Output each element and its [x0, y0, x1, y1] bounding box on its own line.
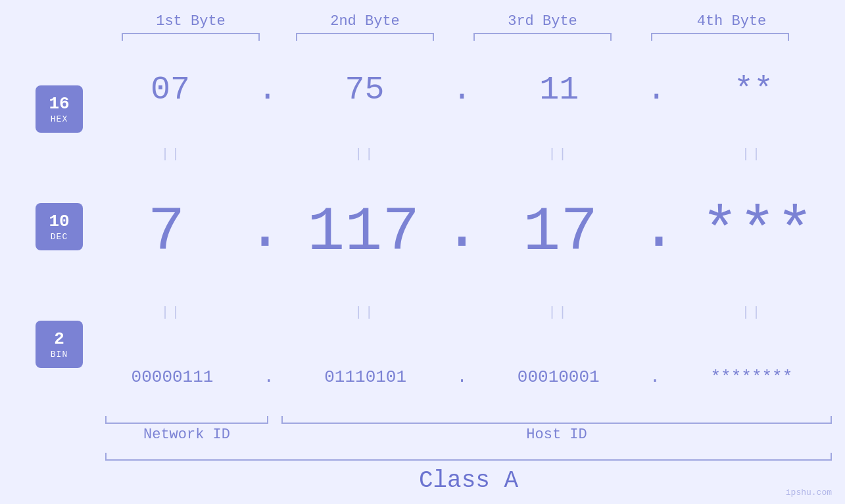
equals-row-1: || || || ||	[92, 144, 832, 164]
equals-row-2: || || || ||	[92, 303, 832, 323]
eq1-b3: ||	[490, 147, 628, 162]
bracket-byte3	[473, 33, 612, 41]
dec-byte3: 17	[491, 202, 629, 264]
dec-dot3: .	[640, 198, 677, 267]
byte2-header: 2nd Byte	[276, 13, 454, 30]
eq2-b3: ||	[490, 305, 628, 320]
network-id-bracket	[105, 416, 268, 424]
bin-badge-label: BIN	[51, 350, 68, 359]
dec-dot1: .	[246, 198, 283, 267]
data-rows-column: 07 . 75 . 11 . ** || || || || 7 .	[92, 51, 845, 416]
hex-byte4: **	[685, 71, 823, 108]
badges-column: 16 HEX 10 DEC 2 BIN	[0, 51, 92, 416]
bin-dot1: .	[264, 367, 274, 387]
hex-values-row: 07 . 75 . 11 . **	[92, 66, 832, 112]
eq1-b1: ||	[103, 147, 241, 162]
hex-badge-label: HEX	[51, 114, 68, 124]
dec-badge-num: 10	[49, 212, 69, 232]
eq2-b4: ||	[683, 305, 821, 320]
hex-dot3: .	[646, 71, 666, 108]
bin-dot2: .	[457, 367, 468, 387]
bin-dot3: .	[650, 367, 660, 387]
dec-badge-label: DEC	[51, 232, 68, 242]
bracket-byte2	[296, 33, 434, 41]
dec-byte2: 117	[295, 202, 433, 264]
eq1-b4: ||	[683, 147, 821, 162]
dec-values-row: 7 . 117 . 17 . ***	[92, 195, 832, 271]
page-container: 1st Byte 2nd Byte 3rd Byte 4th Byte 16 H…	[0, 0, 845, 504]
id-brackets	[105, 416, 832, 424]
byte4-header: 4th Byte	[631, 13, 832, 30]
bin-byte3: 00010001	[489, 367, 627, 387]
bracket-byte1	[122, 33, 260, 41]
watermark: ipshu.com	[786, 488, 832, 497]
dec-dot2: .	[443, 198, 481, 267]
hex-byte2: 75	[296, 71, 434, 108]
bin-badge: 2 BIN	[36, 321, 83, 368]
bottom-section: Network ID Host ID Class A	[0, 416, 845, 497]
hex-badge: 16 HEX	[36, 85, 83, 133]
eq2-b2: ||	[296, 305, 434, 320]
main-content: 16 HEX 10 DEC 2 BIN 07 . 75 . 11 . **	[0, 51, 845, 416]
network-id-label: Network ID	[105, 426, 268, 443]
class-label: Class A	[105, 464, 832, 497]
byte3-header: 3rd Byte	[454, 13, 631, 30]
bin-byte2: 01110101	[297, 367, 435, 387]
class-bracket	[105, 453, 832, 461]
top-brackets-row	[0, 33, 845, 41]
id-labels: Network ID Host ID	[105, 426, 832, 443]
hex-byte1: 07	[101, 71, 239, 108]
bin-badge-num: 2	[54, 329, 64, 350]
hex-badge-num: 16	[49, 94, 69, 114]
hex-dot1: .	[258, 71, 278, 108]
dec-byte4: ***	[688, 202, 827, 264]
eq2-b1: ||	[103, 305, 241, 320]
bin-byte4: ********	[683, 367, 821, 387]
byte-headers-row: 1st Byte 2nd Byte 3rd Byte 4th Byte	[0, 13, 845, 30]
hex-byte3: 11	[490, 71, 628, 108]
bin-values-row: 00000111 . 01110101 . 00010001 . *******…	[92, 354, 832, 400]
hex-dot2: .	[452, 71, 471, 108]
byte1-header: 1st Byte	[105, 13, 276, 30]
dec-byte1: 7	[97, 202, 235, 264]
host-id-label: Host ID	[281, 426, 832, 443]
eq1-b2: ||	[296, 147, 434, 162]
bin-byte1: 00000111	[103, 367, 241, 387]
dec-badge: 10 DEC	[36, 203, 83, 250]
host-id-bracket	[281, 416, 832, 424]
bracket-byte4	[651, 33, 789, 41]
